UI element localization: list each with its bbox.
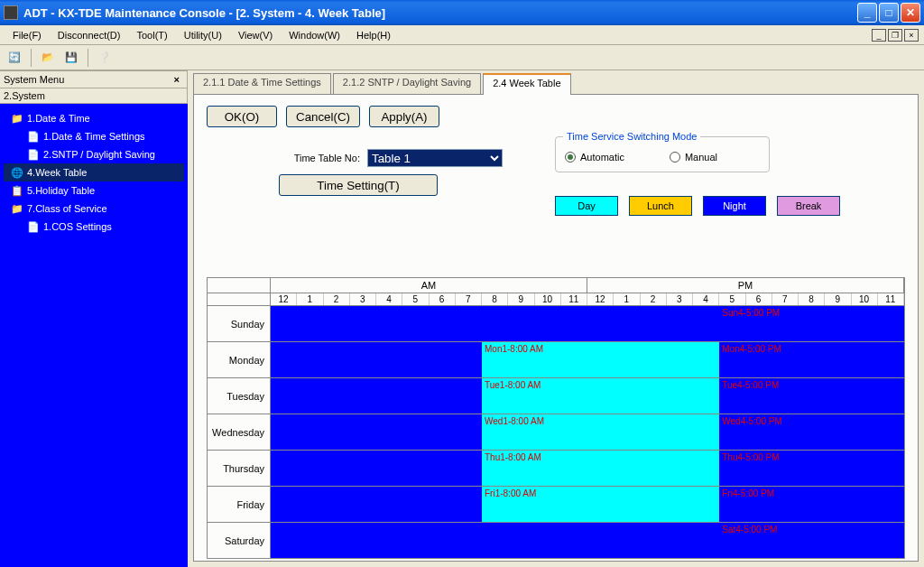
hour-header-cell: 10 [852, 293, 878, 305]
day-label: Friday [208, 487, 271, 522]
window-titlebar: ADT - KX-TDE Maintenance Console - [2. S… [0, 0, 924, 25]
day-timeline[interactable]: Fri1-8:00 AMFri4-5:00 PM [271, 487, 904, 522]
minimize-button[interactable]: _ [857, 3, 877, 23]
menu-utility[interactable]: Utility(U) [177, 28, 229, 42]
hour-header-cell: 5 [719, 293, 745, 305]
tree-node-icon: 📄 [27, 220, 40, 233]
mdi-restore-button[interactable]: ❐ [888, 29, 902, 42]
sidebar-item-label: 4.Week Table [27, 167, 87, 178]
help-icon[interactable]: ❔ [96, 49, 114, 67]
hour-header-cell: 6 [746, 293, 772, 305]
tab[interactable]: 2.1.2 SNTP / Daylight Saving [333, 73, 481, 95]
sidebar-section[interactable]: 2.System [0, 88, 188, 104]
day-timeline[interactable]: Wed1-8:00 AMWed4-5:00 PM [271, 414, 904, 450]
day-label: Tuesday [208, 378, 271, 414]
time-segment-night[interactable]: Wed4-5:00 PM [719, 414, 904, 450]
legend-night-button[interactable]: Night [703, 196, 766, 216]
menu-disconnect[interactable]: Disconnect(D) [51, 28, 128, 42]
close-button[interactable]: ✕ [901, 3, 920, 23]
menu-help[interactable]: Help(H) [349, 28, 398, 42]
time-segment-day[interactable]: Fri1-8:00 AM [482, 487, 719, 522]
time-segment-night[interactable]: Fri4-5:00 PM [719, 487, 904, 522]
toolbar-separator [31, 49, 32, 67]
legend-day-button[interactable]: Day [555, 196, 618, 216]
time-setting-button[interactable]: Time Setting(T) [279, 174, 438, 196]
window-title: ADT - KX-TDE Maintenance Console - [2. S… [23, 6, 857, 20]
menu-window[interactable]: Window(W) [282, 28, 347, 42]
sidebar-close-icon[interactable]: × [171, 74, 183, 85]
hour-header-cell: 11 [878, 293, 904, 305]
grid-header-pm: PM [587, 278, 904, 293]
time-segment-night[interactable]: Sat4-5:00 PM [719, 523, 904, 558]
mdi-minimize-button[interactable]: _ [872, 29, 886, 42]
hour-header-cell: 4 [376, 293, 402, 305]
content-area: 2.1.1 Date & Time Settings2.1.2 SNTP / D… [188, 70, 924, 567]
apply-button[interactable]: Apply(A) [369, 106, 439, 127]
day-row: SaturdaySat4-5:00 PM [208, 522, 904, 558]
grid-corner [208, 278, 271, 293]
time-segment-night[interactable] [271, 342, 482, 377]
day-row: FridayFri1-8:00 AMFri4-5:00 PM [208, 486, 904, 522]
tab[interactable]: 2.1.1 Date & Time Settings [193, 73, 331, 95]
sidebar-item[interactable]: 📁1.Date & Time [4, 109, 184, 127]
time-segment-night[interactable] [271, 306, 719, 341]
hour-header-cell: 3 [667, 293, 693, 305]
time-segment-night[interactable]: Mon4-5:00 PM [719, 342, 904, 377]
time-table-no-label: Time Table No: [279, 153, 360, 163]
mdi-close-button[interactable]: × [904, 29, 919, 42]
radio-manual[interactable]: Manual [670, 152, 717, 163]
day-timeline[interactable]: Thu1-8:00 AMThu4-5:00 PM [271, 451, 904, 486]
radio-automatic-label: Automatic [580, 152, 624, 163]
sidebar-item[interactable]: 📁7.Class of Service [4, 200, 184, 218]
day-label: Monday [208, 342, 271, 377]
time-segment-day[interactable]: Tue1-8:00 AM [482, 378, 719, 414]
time-table-no-select[interactable]: Table 1 [367, 149, 503, 167]
cancel-button[interactable]: Cancel(C) [286, 106, 360, 127]
menu-tool[interactable]: Tool(T) [129, 28, 174, 42]
sidebar-item[interactable]: 📄2.SNTP / Daylight Saving [4, 145, 184, 163]
maximize-button[interactable]: □ [879, 3, 899, 23]
sidebar-item-label: 5.Holiday Table [27, 185, 95, 196]
toolbar: 🔄 📂 💾 ❔ [0, 45, 924, 70]
hour-header-cell: 1 [614, 293, 640, 305]
hour-header-cell: 11 [561, 293, 587, 305]
time-segment-night[interactable]: Sun4-5:00 PM [719, 306, 904, 341]
sidebar-item[interactable]: 📄1.Date & Time Settings [4, 127, 184, 145]
day-label: Wednesday [208, 414, 271, 450]
time-segment-night[interactable] [271, 378, 482, 414]
open-icon[interactable]: 📂 [39, 49, 57, 67]
legend-lunch-button[interactable]: Lunch [629, 196, 692, 216]
sidebar-item[interactable]: 🌐4.Week Table [4, 163, 184, 181]
day-row: WednesdayWed1-8:00 AMWed4-5:00 PM [208, 414, 904, 450]
day-timeline[interactable]: Tue1-8:00 AMTue4-5:00 PM [271, 378, 904, 414]
radio-manual-label: Manual [685, 152, 717, 163]
menu-file[interactable]: File(F) [5, 28, 49, 42]
sidebar-item[interactable]: 📄1.COS Settings [4, 218, 184, 236]
menu-view[interactable]: View(V) [231, 28, 280, 42]
tree-node-icon: 📄 [27, 148, 40, 161]
time-segment-night[interactable]: Tue4-5:00 PM [719, 378, 904, 414]
radio-automatic[interactable]: Automatic [565, 152, 624, 163]
time-segment-night[interactable] [271, 487, 482, 522]
tab[interactable]: 2.4 Week Table [483, 73, 570, 95]
tab-page-week-table: OK(O) Cancel(C) Apply(A) Time Table No: … [193, 94, 919, 562]
day-label: Saturday [208, 523, 271, 558]
time-segment-night[interactable] [271, 523, 719, 558]
legend-break-button[interactable]: Break [777, 196, 840, 216]
time-segment-day[interactable]: Thu1-8:00 AM [482, 451, 719, 486]
ok-button[interactable]: OK(O) [207, 106, 277, 127]
day-row: TuesdayTue1-8:00 AMTue4-5:00 PM [208, 377, 904, 414]
sidebar-item[interactable]: 📋5.Holiday Table [4, 181, 184, 200]
day-timeline[interactable]: Sun4-5:00 PM [271, 306, 904, 341]
time-segment-day[interactable]: Mon1-8:00 AM [482, 342, 719, 377]
grid-header-am: AM [271, 278, 587, 293]
hour-header-cell: 3 [350, 293, 376, 305]
time-segment-night[interactable]: Thu4-5:00 PM [719, 451, 904, 486]
day-timeline[interactable]: Sat4-5:00 PM [271, 523, 904, 558]
save-icon[interactable]: 💾 [62, 49, 80, 67]
time-segment-night[interactable] [271, 414, 482, 450]
refresh-icon[interactable]: 🔄 [5, 49, 23, 67]
day-timeline[interactable]: Mon1-8:00 AMMon4-5:00 PM [271, 342, 904, 377]
time-segment-day[interactable]: Wed1-8:00 AM [482, 414, 719, 450]
time-segment-night[interactable] [271, 451, 482, 486]
